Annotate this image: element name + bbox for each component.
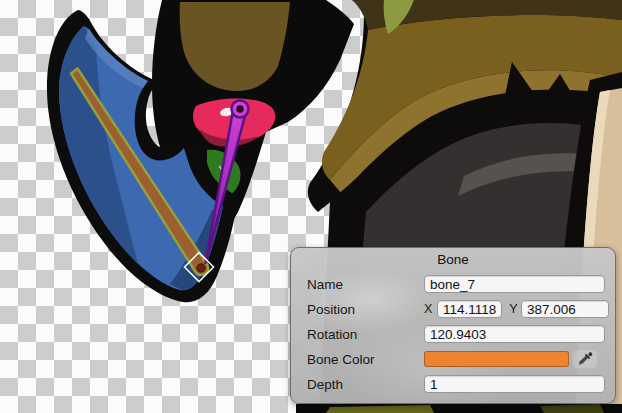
position-y-label: Y (506, 302, 521, 316)
rotation-label: Rotation (291, 327, 424, 342)
bone-joint-dot (197, 264, 205, 272)
depth-row: Depth (291, 375, 615, 393)
panel-title: Bone (291, 252, 615, 267)
position-label: Position (291, 302, 424, 317)
name-label: Name (291, 277, 424, 292)
bone-color-label: Bone Color (291, 352, 424, 367)
depth-input[interactable] (424, 375, 605, 393)
position-x-input[interactable] (437, 300, 502, 318)
bone-color-swatch[interactable] (424, 351, 569, 367)
position-row: Position X Y (291, 300, 615, 318)
position-x-label: X (424, 302, 437, 316)
eyedropper-button[interactable] (573, 350, 597, 368)
name-row: Name (291, 275, 615, 293)
artwork-bottom-strip (296, 404, 622, 413)
eyedropper-icon (576, 351, 594, 367)
rotation-row: Rotation (291, 325, 615, 343)
editor-canvas[interactable]: Bone Name Position X Y Rotation Bone Col… (0, 0, 622, 413)
depth-label: Depth (291, 377, 424, 392)
position-y-input[interactable] (521, 300, 609, 318)
bone-properties-panel: Bone Name Position X Y Rotation Bone Col… (290, 247, 616, 404)
rotation-input[interactable] (424, 325, 605, 343)
name-input[interactable] (424, 275, 605, 293)
bone-color-row: Bone Color (291, 350, 615, 368)
